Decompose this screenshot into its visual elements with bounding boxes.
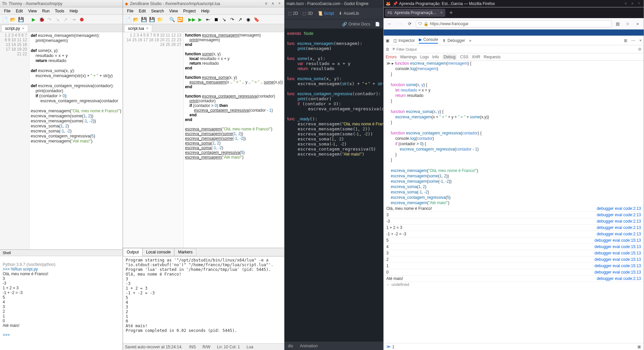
console-body[interactable]: ≫ ▸ function escreva_mensagem(mensagem) … <box>384 61 644 343</box>
output-body[interactable]: Program starting as '"/opt/zbstudio/bin/… <box>123 256 284 334</box>
shell-body[interactable]: Python 3.9.7 (/usr/bin/python) >>> %Run … <box>0 256 123 350</box>
editor-tab[interactable]: script.py × <box>1 25 28 32</box>
tab-debugger[interactable]: ⏸ Debugger <box>442 38 465 43</box>
run-icon[interactable]: ▶ <box>30 16 37 23</box>
output-tab[interactable]: Output <box>123 248 142 256</box>
menu-project[interactable]: Project <box>181 8 198 14</box>
step-out-icon[interactable]: ↗ <box>62 16 69 23</box>
code-area[interactable]: def escreva_mensagem(mensagem): print(me… <box>29 32 123 249</box>
console-prompt[interactable]: ≫ | ▣ <box>384 343 644 350</box>
menu-view[interactable]: View <box>25 8 40 14</box>
tab-console[interactable]: ▶ Console <box>419 37 438 44</box>
close-icon[interactable]: × <box>146 26 148 31</box>
menu-help[interactable]: Help <box>67 8 81 14</box>
menu-edit[interactable]: Edit <box>13 8 25 14</box>
maximize-icon[interactable]: ∧ <box>630 1 635 6</box>
console-settings-icon[interactable]: ⚙ <box>638 47 642 52</box>
new-file-icon[interactable]: 📄 <box>124 16 131 23</box>
workspace-assetlib[interactable]: ⬇ AssetLib <box>339 11 359 16</box>
resume-icon[interactable]: ⇥ <box>70 16 77 23</box>
menu-tools[interactable]: Tools <box>52 8 67 14</box>
bottom-tab-animation[interactable]: Animation <box>300 344 318 348</box>
back-icon[interactable]: ← <box>386 20 394 28</box>
save-all-icon[interactable]: 💾 <box>148 16 155 23</box>
online-docs-link[interactable]: 🔗 Online Docs <box>342 22 370 26</box>
cat-errors[interactable]: Errors <box>386 55 397 59</box>
maximize-icon[interactable]: ∧ <box>270 1 275 6</box>
browser-tab[interactable]: FG Aprenda Programação: Estru × <box>385 9 445 17</box>
close-icon[interactable]: × <box>636 1 642 6</box>
devtools-menu-icon[interactable]: ⋯ <box>631 38 635 43</box>
cat-css[interactable]: CSS <box>460 55 468 59</box>
break-icon[interactable]: ⏹ <box>213 16 219 23</box>
new-tab-button[interactable]: + <box>445 9 457 16</box>
shell-tab[interactable]: Shell <box>0 250 123 256</box>
debug-icon[interactable]: 🐞 <box>38 16 45 23</box>
cat-xhr[interactable]: XHR <box>472 55 480 59</box>
menu-run[interactable]: Run <box>40 8 52 14</box>
menu-file[interactable]: File <box>1 8 13 14</box>
zbs-editor[interactable]: 1 2 3 4 5 6 7 8 9 10 11 12 13 14 15 16 1… <box>123 32 284 248</box>
inspector-picker-icon[interactable]: ▣ <box>386 38 389 43</box>
toggle-bp-icon[interactable]: ◉ <box>245 16 252 23</box>
step-over-icon[interactable]: ↷ <box>229 16 236 23</box>
multiline-icon[interactable]: ▣ <box>637 344 641 349</box>
overflow-icon[interactable]: » <box>634 20 642 28</box>
step-over-icon[interactable]: ↷ <box>46 16 53 23</box>
stop-debug-icon[interactable]: ⇤ <box>205 16 211 23</box>
close-tab-icon[interactable]: × <box>440 10 443 15</box>
bookmark-icon[interactable]: ☆ <box>624 20 632 28</box>
menu-edit[interactable]: Edit <box>136 8 148 14</box>
minimize-icon[interactable]: ∨ <box>623 1 628 6</box>
trash-icon[interactable]: 🗑 <box>386 47 390 52</box>
step-into-icon[interactable]: ↘ <box>221 16 228 23</box>
tab-inspector[interactable]: ◫ Inspector <box>393 38 415 43</box>
start-debug-icon[interactable]: ▶ <box>197 16 203 23</box>
stop-icon[interactable]: ⬣ <box>78 16 85 23</box>
devtools-close-icon[interactable]: × <box>639 38 642 43</box>
minimize-icon[interactable]: ∨ <box>263 1 269 6</box>
cat-requests[interactable]: Requests <box>484 55 501 59</box>
filter-input[interactable] <box>396 47 638 51</box>
bookmarks-icon[interactable]: 🔖 <box>253 16 260 23</box>
cat-info[interactable]: Info <box>432 55 439 59</box>
workspace-script[interactable]: 📜 Script <box>318 11 334 16</box>
address-bar[interactable]: 🛡 🔒 https://www.francogar <box>416 20 611 27</box>
menu-search[interactable]: Search <box>148 8 167 14</box>
editor-tab[interactable]: script.lua × <box>124 25 152 32</box>
workspace-3d[interactable]: ⬚ 3D <box>303 11 313 16</box>
tab-overflow-icon[interactable]: » <box>469 38 471 43</box>
forward-icon[interactable]: → <box>396 20 404 28</box>
thonny-editor[interactable]: 1 2 3 4 5 6 7 8 9 10 11 12 13 14 15 16 1… <box>0 32 123 249</box>
close-icon[interactable]: × <box>277 1 282 6</box>
menu-file[interactable]: File <box>124 8 136 14</box>
save-icon[interactable]: 💾 <box>140 16 147 23</box>
step-out-icon[interactable]: ↗ <box>237 16 244 23</box>
godot-doc-icon[interactable]: 📄 <box>375 22 380 26</box>
project-folder-icon[interactable]: 📁 <box>156 16 163 23</box>
menu-view[interactable]: View <box>167 8 181 14</box>
open-file-icon[interactable]: 📂 <box>132 16 139 23</box>
devtools-panel-icon[interactable]: ⊞ <box>624 38 627 43</box>
bottom-tab[interactable]: dio <box>288 344 293 348</box>
cat-logs[interactable]: Logs <box>420 55 429 59</box>
replace-icon[interactable]: 🔁 <box>177 16 183 23</box>
close-icon[interactable]: × <box>22 26 24 31</box>
save-icon[interactable]: 💾 <box>17 16 24 23</box>
local-console-tab[interactable]: Local console <box>142 248 174 256</box>
reload-icon[interactable]: ⟳ <box>406 20 414 28</box>
reader-icon[interactable]: ▤ <box>614 20 622 28</box>
menu-help[interactable]: Help <box>198 8 212 14</box>
code-area[interactable]: function escreva_mensagem(mensagem) prin… <box>184 32 284 248</box>
open-file-icon[interactable]: 📂 <box>9 16 16 23</box>
step-into-icon[interactable]: ↘ <box>54 16 61 23</box>
find-icon[interactable]: 🔍 <box>169 16 175 23</box>
markers-tab[interactable]: Markers <box>174 248 196 256</box>
cat-debug[interactable]: Debug <box>442 54 457 60</box>
run-icon[interactable]: ▶▶ <box>189 16 195 23</box>
page-content <box>384 30 644 36</box>
godot-editor[interactable]: extends Node func escreva_mensagem(mensa… <box>284 29 383 341</box>
cat-warnings[interactable]: Warnings <box>400 55 417 59</box>
new-file-icon[interactable]: 📄 <box>1 16 8 23</box>
workspace-2d[interactable]: ⬚ 2D <box>288 11 298 16</box>
